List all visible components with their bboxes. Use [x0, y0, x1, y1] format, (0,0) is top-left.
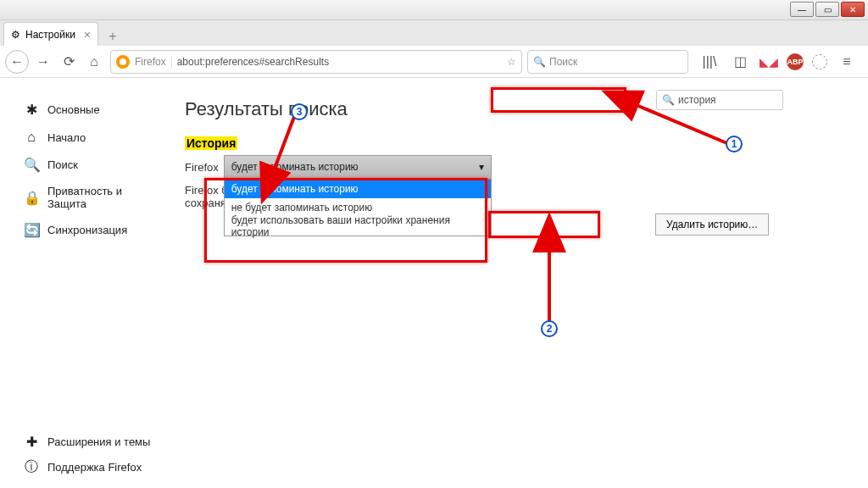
history-option-remember[interactable]: будет запоминать историю [225, 180, 491, 198]
back-button[interactable]: ← [5, 50, 29, 74]
menu-icon[interactable]: ≡ [836, 51, 858, 73]
search-icon: 🔍 [533, 56, 546, 68]
reload-button[interactable]: ⟳ [58, 51, 80, 73]
close-button[interactable]: ✕ [841, 2, 865, 17]
sidebar-item-label: Основные [47, 103, 100, 116]
sidebar-item-label: Приватность и Защита [47, 185, 161, 210]
lock-icon: 🔒 [24, 190, 39, 206]
chevron-down-icon: ▾ [479, 161, 484, 173]
sidebar-item-privacy[interactable]: 🔒 Приватность и Защита [24, 185, 161, 210]
home-button[interactable]: ⌂ [83, 51, 105, 73]
select-value: будет запоминать историю [231, 161, 359, 173]
url-text: about:preferences#searchResults [177, 56, 502, 68]
tab-settings[interactable]: ⚙ Настройки × [3, 22, 98, 46]
tab-bar: ⚙ Настройки × + [0, 20, 868, 46]
maximize-button[interactable]: ▭ [815, 2, 839, 17]
history-option-custom[interactable]: будет использовать ваши настройки хранен… [225, 217, 491, 236]
url-bar[interactable]: Firefox about:preferences#searchResults … [110, 50, 522, 74]
firefox-icon [116, 55, 130, 69]
search-icon: 🔍 [662, 94, 675, 106]
abp-icon[interactable]: ABP [787, 53, 804, 70]
preferences-search-input[interactable]: 🔍 история [656, 90, 783, 110]
forward-button[interactable]: → [32, 51, 54, 73]
preferences-sidebar: ✱ Основные ⌂ Начало 🔍 Поиск 🔒 Приватност… [0, 78, 161, 488]
history-mode-dropdown[interactable]: будет запоминать историю ▾ будет запомин… [224, 155, 492, 179]
toolbar: ← → ⟳ ⌂ Firefox about:preferences#search… [0, 46, 868, 78]
support-link[interactable]: ⓘ Поддержка Firefox [24, 458, 150, 476]
delete-history-button[interactable]: Удалить историю… [655, 214, 769, 236]
history-dropdown-list: будет запоминать историю не будет запоми… [224, 179, 492, 236]
sidebar-icon[interactable]: ◫ [729, 51, 751, 73]
delete-history-label: Удалить историю… [666, 219, 758, 230]
sidebar-item-label: Начало [47, 131, 86, 144]
minimize-button[interactable]: — [790, 2, 814, 17]
tab-title: Настройки [25, 29, 75, 41]
section-history-label: История [185, 136, 237, 150]
sync-icon: 🔄 [24, 222, 39, 238]
sidebar-item-general[interactable]: ✱ Основные [24, 102, 161, 118]
extensions-link[interactable]: ✚ Расширения и темы [24, 434, 150, 450]
new-tab-button[interactable]: + [102, 27, 124, 46]
library-icon[interactable]: |||\ [698, 51, 721, 73]
prefs-search-value: история [678, 94, 716, 106]
sidebar-item-label: Поиск [47, 158, 78, 171]
preferences-main: 🔍 история Результаты поиска История Fire… [161, 78, 868, 488]
history-row-prefix: Firefox [185, 161, 219, 174]
sidebar-item-label: Синхронизация [47, 224, 127, 236]
window-titlebar: — ▭ ✕ [0, 0, 868, 20]
home-icon: ⌂ [24, 130, 39, 145]
sidebar-item-home[interactable]: ⌂ Начало [24, 130, 161, 145]
sidebar-item-label: Расширения и темы [47, 435, 150, 448]
tab-close-icon[interactable]: × [84, 28, 91, 42]
urlbar-firefox-label: Firefox [135, 56, 172, 68]
content-area: ✱ Основные ⌂ Начало 🔍 Поиск 🔒 Приватност… [0, 78, 868, 488]
search-icon: 🔍 [24, 157, 39, 173]
sidebar-item-label: Поддержка Firefox [47, 461, 142, 474]
search-placeholder: Поиск [549, 56, 577, 68]
gear-icon: ✱ [24, 102, 39, 118]
gear-icon: ⚙ [11, 29, 20, 41]
search-bar[interactable]: 🔍 Поиск [527, 50, 688, 74]
help-icon: ⓘ [24, 458, 39, 476]
account-icon[interactable] [812, 54, 827, 69]
bookmark-star-icon[interactable]: ☆ [507, 56, 516, 68]
sidebar-item-sync[interactable]: 🔄 Синхронизация [24, 222, 161, 238]
sidebar-item-search[interactable]: 🔍 Поиск [24, 157, 161, 173]
pocket-icon[interactable]: ◣◢ [760, 55, 778, 69]
puzzle-icon: ✚ [24, 434, 39, 450]
